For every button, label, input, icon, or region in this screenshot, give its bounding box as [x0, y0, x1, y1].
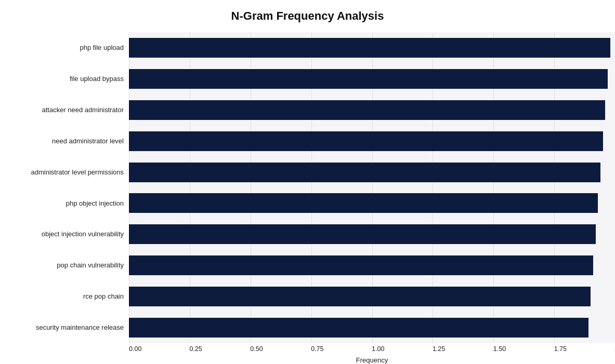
- bar-row: [129, 250, 615, 281]
- y-axis-label: file upload bypass: [70, 64, 124, 93]
- x-tick-label: 1.25: [433, 345, 433, 353]
- bar: [129, 100, 605, 120]
- bar: [129, 255, 593, 275]
- bars-section: [129, 32, 615, 343]
- chart-container: N-Gram Frequency Analysis php file uploa…: [0, 0, 615, 364]
- y-axis-label: administrator level permissions: [31, 157, 124, 187]
- bar-row: [129, 126, 615, 157]
- y-axis-label: php file upload: [80, 33, 124, 62]
- x-tick-label: 0.00: [129, 345, 129, 353]
- y-axis-label: object injection vulnerability: [42, 220, 124, 249]
- bar-row: [129, 312, 615, 343]
- x-tick-label: 0.75: [311, 345, 311, 353]
- bar-row: [129, 219, 615, 250]
- x-axis: 0.000.250.500.751.001.251.501.752.00 Fre…: [129, 343, 615, 364]
- y-axis: php file uploadfile upload bypassattacke…: [0, 32, 129, 364]
- chart-title: N-Gram Frequency Analysis: [231, 9, 384, 23]
- plot-area: 0.000.250.500.751.001.251.501.752.00 Fre…: [129, 32, 615, 364]
- bar-row: [129, 32, 615, 63]
- y-axis-label: attacker need administrator: [42, 95, 124, 125]
- x-tick-label: 1.00: [372, 345, 372, 353]
- y-axis-label: pop chain vulnerability: [57, 251, 124, 280]
- bar: [129, 224, 596, 244]
- x-tick-label: 1.75: [554, 345, 555, 353]
- bar: [129, 318, 588, 338]
- bar-row: [129, 157, 615, 188]
- x-axis-label: Frequency: [129, 356, 615, 364]
- bar: [129, 287, 591, 306]
- bar: [129, 163, 600, 182]
- chart-area: php file uploadfile upload bypassattacke…: [0, 32, 615, 364]
- bar: [129, 38, 610, 58]
- x-tick-label: 0.25: [189, 345, 190, 353]
- y-axis-label: security maintenance release: [36, 313, 124, 342]
- bar: [129, 131, 603, 151]
- x-tick-label: 1.50: [493, 345, 494, 353]
- bar: [129, 193, 598, 213]
- bar-row: [129, 95, 615, 126]
- bar: [129, 69, 608, 89]
- y-axis-label: rce pop chain: [83, 282, 124, 312]
- bar-row: [129, 63, 615, 95]
- bar-row: [129, 188, 615, 219]
- y-axis-label: need administrator level: [52, 126, 124, 156]
- x-tick-label: 0.50: [250, 345, 251, 353]
- y-axis-label: php object injection: [66, 188, 124, 218]
- bar-row: [129, 281, 615, 312]
